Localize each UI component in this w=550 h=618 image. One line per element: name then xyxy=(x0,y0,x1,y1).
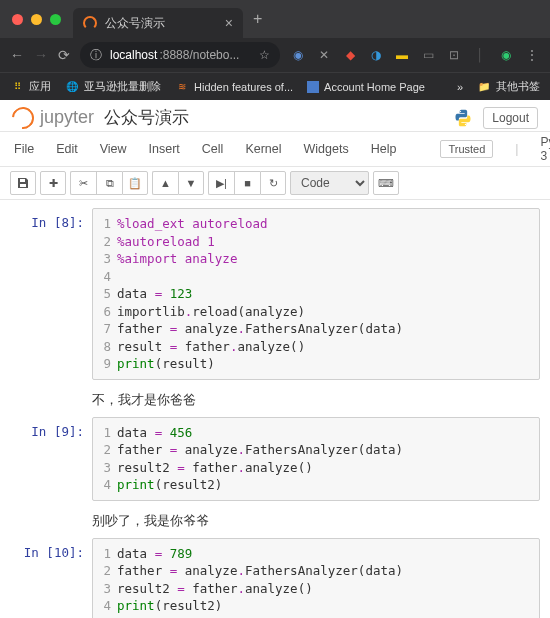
bookmark-item-2[interactable]: ≋ Hidden features of... xyxy=(175,80,293,94)
run-button[interactable]: ▶| xyxy=(208,171,234,195)
code-line: data = 789 xyxy=(117,545,192,563)
star-icon[interactable]: ☆ xyxy=(259,48,270,62)
ext-icon-1[interactable]: ◉ xyxy=(290,47,306,63)
code-line: data = 123 xyxy=(117,285,192,303)
insert-cell-button[interactable]: ✚ xyxy=(40,171,66,195)
browser-tab[interactable]: 公众号演示 × xyxy=(73,8,243,38)
line-number: 1 xyxy=(93,424,117,442)
output-row: 不，我才是你爸爸 xyxy=(10,386,540,411)
jupyter-logo[interactable]: jupyter xyxy=(12,107,94,129)
minimize-window-icon[interactable] xyxy=(31,14,42,25)
input-prompt: In [10]: xyxy=(10,538,92,619)
code-cell[interactable]: In [9]:1data = 4562father = analyze.Fath… xyxy=(10,417,540,501)
celltype-select[interactable]: Code xyxy=(290,171,369,195)
code-input[interactable]: 1data = 4562father = analyze.FathersAnal… xyxy=(92,417,540,501)
code-line: %load_ext autoreload xyxy=(117,215,268,233)
save-button[interactable] xyxy=(10,171,36,195)
ext-icon-4[interactable]: ◑ xyxy=(368,47,384,63)
code-line: result = father.analyze() xyxy=(117,338,305,356)
interrupt-button[interactable]: ■ xyxy=(234,171,260,195)
apps-grid-icon: ⠿ xyxy=(10,80,24,94)
menu-kernel[interactable]: Kernel xyxy=(245,142,281,156)
restart-button[interactable]: ↻ xyxy=(260,171,286,195)
other-bookmarks-button[interactable]: 📁 其他书签 xyxy=(477,79,540,94)
jupyter-header: jupyter 公众号演示 Logout xyxy=(0,100,550,132)
line-number: 5 xyxy=(93,285,117,303)
bookmark-item-3[interactable]: Account Home Page xyxy=(307,81,425,93)
menu-view[interactable]: View xyxy=(100,142,127,156)
code-line: %aimport analyze xyxy=(117,250,237,268)
jupyter-menubar: File Edit View Insert Cell Kernel Widget… xyxy=(0,132,550,167)
other-bookmarks-label: 其他书签 xyxy=(496,79,540,94)
url-host: localhost xyxy=(110,48,157,62)
window-titlebar: 公众号演示 × + xyxy=(0,0,550,38)
move-group: ▲ ▼ xyxy=(152,171,204,195)
copy-button[interactable]: ⧉ xyxy=(96,171,122,195)
line-number: 4 xyxy=(93,476,117,494)
code-cell[interactable]: In [10]:1data = 7892father = analyze.Fat… xyxy=(10,538,540,619)
ext-icon-7[interactable]: ⊡ xyxy=(446,47,462,63)
code-cell[interactable]: In [8]:1%load_ext autoreload2%autoreload… xyxy=(10,208,540,380)
url-bar[interactable]: ⓘ localhost :8888/notebo... ☆ xyxy=(80,42,280,68)
ext-icon-3[interactable]: ◆ xyxy=(342,47,358,63)
menu-widgets[interactable]: Widgets xyxy=(304,142,349,156)
move-down-button[interactable]: ▼ xyxy=(178,171,204,195)
ext-icon-5[interactable]: ▬ xyxy=(394,47,410,63)
maximize-window-icon[interactable] xyxy=(50,14,61,25)
line-number: 3 xyxy=(93,250,117,268)
close-window-icon[interactable] xyxy=(12,14,23,25)
ext-icon-8[interactable]: ◉ xyxy=(498,47,514,63)
output-prompt xyxy=(10,386,92,411)
menu-edit[interactable]: Edit xyxy=(56,142,78,156)
code-line: result2 = father.analyze() xyxy=(117,580,313,598)
line-number: 3 xyxy=(93,459,117,477)
code-line: print(result2) xyxy=(117,476,222,494)
code-line: importlib.reload(analyze) xyxy=(117,303,305,321)
ext-icon-6[interactable]: ▭ xyxy=(420,47,436,63)
ext-icon-2[interactable]: ✕ xyxy=(316,47,332,63)
line-number: 6 xyxy=(93,303,117,321)
menu-insert[interactable]: Insert xyxy=(149,142,180,156)
bookmarks-more-icon[interactable]: » xyxy=(457,81,463,93)
kernel-name[interactable]: Python 3 xyxy=(541,135,550,163)
input-prompt: In [8]: xyxy=(10,208,92,380)
close-tab-icon[interactable]: × xyxy=(225,15,233,31)
trusted-badge[interactable]: Trusted xyxy=(440,140,493,158)
line-number: 2 xyxy=(93,233,117,251)
bookmark-label: Hidden features of... xyxy=(194,81,293,93)
bookmark-item-1[interactable]: 🌐 亚马逊批量删除 xyxy=(65,79,161,94)
back-icon[interactable]: ← xyxy=(10,47,24,63)
line-number: 2 xyxy=(93,441,117,459)
logout-button[interactable]: Logout xyxy=(483,107,538,129)
reload-icon[interactable]: ⟳ xyxy=(58,47,70,63)
menu-help[interactable]: Help xyxy=(371,142,397,156)
move-up-button[interactable]: ▲ xyxy=(152,171,178,195)
menu-file[interactable]: File xyxy=(14,142,34,156)
code-line: father = analyze.FathersAnalyzer(data) xyxy=(117,562,403,580)
code-input[interactable]: 1%load_ext autoreload2%autoreload 13%aim… xyxy=(92,208,540,380)
code-input[interactable]: 1data = 7892father = analyze.FathersAnal… xyxy=(92,538,540,619)
python-icon xyxy=(453,108,473,128)
line-number: 2 xyxy=(93,562,117,580)
run-group: ▶| ■ ↻ xyxy=(208,171,286,195)
notebook-title[interactable]: 公众号演示 xyxy=(104,106,189,129)
code-line: data = 456 xyxy=(117,424,192,442)
line-number: 1 xyxy=(93,545,117,563)
cut-button[interactable]: ✂ xyxy=(70,171,96,195)
browser-menu-icon[interactable]: ⋮ xyxy=(524,47,540,63)
bookmark-label: Account Home Page xyxy=(324,81,425,93)
paste-button[interactable]: 📋 xyxy=(122,171,148,195)
code-line: print(result) xyxy=(117,355,215,373)
url-path: :8888/notebo... xyxy=(159,48,239,62)
site-info-icon[interactable]: ⓘ xyxy=(90,47,102,64)
notebook-area: In [8]:1%load_ext autoreload2%autoreload… xyxy=(0,200,550,618)
command-palette-button[interactable]: ⌨ xyxy=(373,171,399,195)
tab-favicon-icon xyxy=(83,16,97,30)
new-tab-button[interactable]: + xyxy=(253,10,262,28)
menu-cell[interactable]: Cell xyxy=(202,142,224,156)
apps-button[interactable]: ⠿ 应用 xyxy=(10,79,51,94)
bookmarks-bar: ⠿ 应用 🌐 亚马逊批量删除 ≋ Hidden features of... A… xyxy=(0,72,550,100)
jupyter-logo-icon xyxy=(8,102,39,133)
forward-icon[interactable]: → xyxy=(34,47,48,63)
window-controls xyxy=(12,14,61,25)
